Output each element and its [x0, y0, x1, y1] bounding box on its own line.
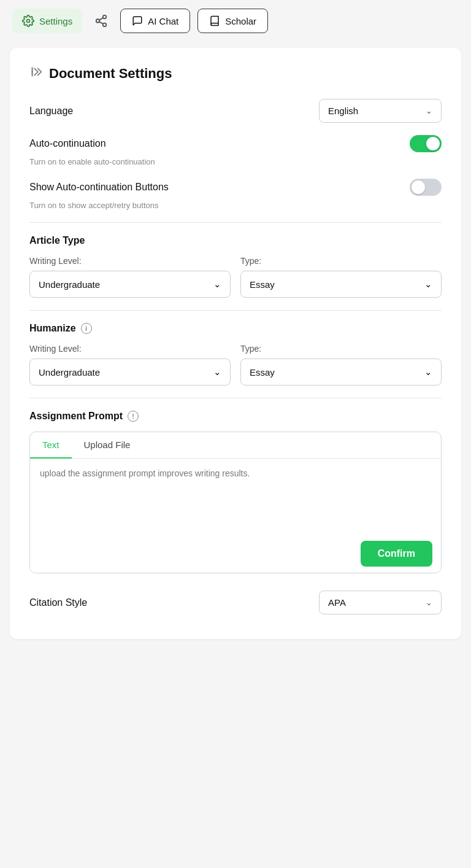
divider-1 — [29, 222, 442, 223]
prompt-footer: Confirm — [30, 535, 441, 573]
panel-arrow-icon — [29, 65, 43, 82]
article-writing-level-chevron-icon: ⌄ — [213, 279, 221, 290]
article-type-col: Type: Essay ⌄ — [240, 256, 442, 298]
citation-style-dropdown[interactable]: APA ⌄ — [319, 591, 442, 614]
article-type-label: Type: — [240, 256, 442, 266]
prompt-tab-text[interactable]: Text — [30, 432, 72, 459]
auto-continuation-label: Auto-continuation — [29, 138, 106, 149]
svg-point-0 — [27, 20, 30, 23]
humanize-section: Humanize i Writing Level: Undergraduate … — [29, 323, 442, 386]
humanize-type-dropdown[interactable]: Essay ⌄ — [240, 358, 442, 386]
humanize-title: Humanize — [29, 323, 76, 334]
auto-continuation-section: Auto-continuation Turn on to enable auto… — [29, 135, 442, 166]
settings-label: Settings — [39, 16, 72, 26]
prompt-tab-bar: Text Upload File — [30, 432, 441, 459]
assignment-prompt-title-row: Assignment Prompt ! — [29, 411, 442, 422]
page-title: Document Settings — [49, 66, 172, 82]
auto-continuation-toggle[interactable] — [410, 135, 442, 152]
article-writing-level-value: Undergraduate — [39, 279, 100, 290]
show-auto-continuation-row: Show Auto-continuation Buttons — [29, 179, 442, 196]
auto-continuation-description: Turn on to enable auto-continuation — [29, 157, 442, 166]
humanize-type-value: Essay — [250, 367, 275, 378]
divider-3 — [29, 398, 442, 398]
article-type-title: Article Type — [29, 235, 442, 246]
show-auto-continuation-toggle[interactable] — [410, 179, 442, 196]
assignment-prompt-info-icon[interactable]: ! — [128, 411, 139, 422]
show-auto-continuation-description: Turn on to show accept/retry buttons — [29, 201, 442, 210]
auto-continuation-row: Auto-continuation — [29, 135, 442, 152]
citation-style-value: APA — [328, 597, 346, 608]
humanize-writing-level-chevron-icon: ⌄ — [213, 366, 221, 378]
chat-icon — [132, 15, 143, 26]
article-writing-level-dropdown[interactable]: Undergraduate ⌄ — [29, 271, 231, 298]
humanize-writing-level-dropdown[interactable]: Undergraduate ⌄ — [29, 358, 231, 386]
article-type-controls: Writing Level: Undergraduate ⌄ Type: Ess… — [29, 256, 442, 298]
humanize-type-chevron-icon: ⌄ — [424, 366, 432, 378]
article-type-chevron-icon: ⌄ — [424, 279, 432, 290]
article-writing-level-label: Writing Level: — [29, 256, 231, 266]
assignment-prompt-box: Text Upload File Confirm — [29, 432, 442, 573]
document-settings-panel: Document Settings Language English ⌄ Aut… — [10, 48, 461, 639]
humanize-title-row: Humanize i — [29, 323, 442, 334]
language-dropdown[interactable]: English ⌄ — [319, 99, 442, 123]
show-auto-continuation-thumb — [412, 180, 425, 194]
humanize-info-icon[interactable]: i — [81, 323, 92, 334]
citation-style-label: Citation Style — [29, 597, 87, 608]
book-icon — [209, 15, 220, 26]
scholar-label: Scholar — [225, 16, 256, 26]
assignment-prompt-section: Assignment Prompt ! Text Upload File Con… — [29, 411, 442, 573]
assignment-prompt-title: Assignment Prompt — [29, 411, 123, 422]
language-setting-row: Language English ⌄ — [29, 99, 442, 123]
humanize-writing-level-value: Undergraduate — [39, 367, 100, 378]
show-auto-continuation-section: Show Auto-continuation Buttons Turn on t… — [29, 179, 442, 210]
article-type-value: Essay — [250, 279, 275, 290]
humanize-type-col: Type: Essay ⌄ — [240, 344, 442, 386]
scholar-button[interactable]: Scholar — [197, 9, 268, 33]
share-icon — [94, 14, 108, 28]
divider-2 — [29, 310, 442, 311]
show-auto-continuation-label: Show Auto-continuation Buttons — [29, 182, 169, 193]
settings-button[interactable]: Settings — [12, 9, 82, 33]
doc-settings-header: Document Settings — [29, 65, 442, 82]
language-value: English — [328, 106, 358, 116]
citation-style-row: Citation Style APA ⌄ — [29, 591, 442, 614]
language-label: Language — [29, 106, 73, 117]
gear-icon — [22, 15, 34, 27]
header: Settings AI Chat Scholar — [0, 0, 471, 42]
svg-line-4 — [99, 21, 103, 24]
ai-chat-label: AI Chat — [148, 16, 178, 26]
article-writing-level-col: Writing Level: Undergraduate ⌄ — [29, 256, 231, 298]
humanize-writing-level-col: Writing Level: Undergraduate ⌄ — [29, 344, 231, 386]
ai-chat-button[interactable]: AI Chat — [120, 9, 190, 33]
svg-line-5 — [99, 18, 103, 20]
article-type-section: Article Type Writing Level: Undergraduat… — [29, 235, 442, 298]
humanize-writing-level-label: Writing Level: — [29, 344, 231, 354]
article-type-dropdown[interactable]: Essay ⌄ — [240, 271, 442, 298]
humanize-type-label: Type: — [240, 344, 442, 354]
share-button[interactable] — [90, 9, 113, 33]
assignment-prompt-textarea[interactable] — [30, 459, 441, 532]
citation-style-chevron-icon: ⌄ — [426, 598, 432, 607]
language-chevron-icon: ⌄ — [426, 106, 432, 115]
confirm-button[interactable]: Confirm — [361, 541, 432, 567]
humanize-controls: Writing Level: Undergraduate ⌄ Type: Ess… — [29, 344, 442, 386]
prompt-tab-upload[interactable]: Upload File — [72, 432, 143, 459]
auto-continuation-thumb — [426, 137, 440, 150]
